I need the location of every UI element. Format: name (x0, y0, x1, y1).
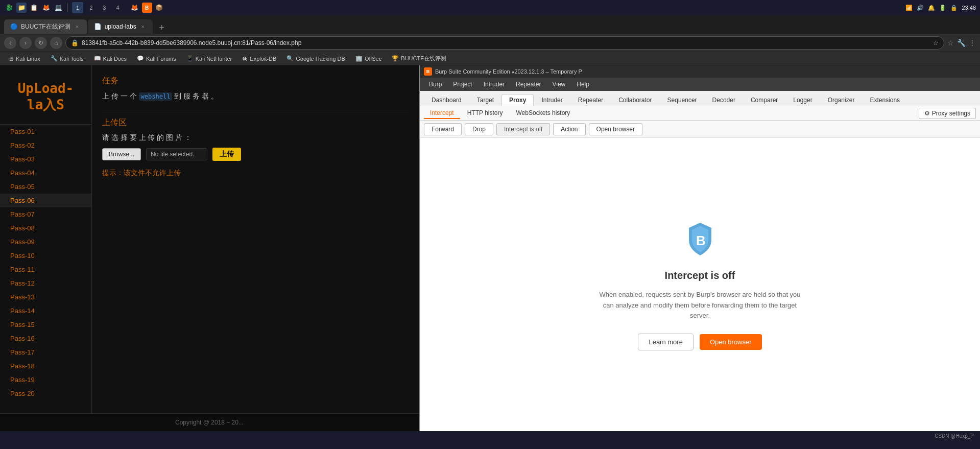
bookmark-google-hacking[interactable]: 🔍 Google Hacking DB (282, 54, 349, 63)
nav-pass14[interactable]: Pass-14 (0, 304, 91, 318)
nav-pass16[interactable]: Pass-16 (0, 332, 91, 345)
nav-pass11[interactable]: Pass-11 (0, 263, 91, 276)
tab-dashboard[interactable]: Dashboard (424, 94, 469, 106)
taskbar-burp-icon[interactable]: B (142, 3, 152, 13)
task-title: 任务 (102, 76, 409, 86)
tab-decoder[interactable]: Decoder (705, 94, 743, 106)
open-browser-button[interactable]: Open browser (700, 334, 762, 350)
address-star-icon[interactable]: ☆ (933, 39, 939, 46)
nav-pass06[interactable]: Pass-06 (0, 194, 91, 207)
nav-pass02[interactable]: Pass-02 (0, 138, 91, 152)
forward-button-burp[interactable]: Forward (424, 123, 462, 135)
nav-pass19[interactable]: Pass-19 (0, 373, 91, 387)
taskbar-firefox2-icon[interactable]: 🦊 (130, 3, 140, 13)
nav-pass10[interactable]: Pass-10 (0, 249, 91, 263)
taskbar-firefox-icon[interactable]: 🦊 (41, 3, 51, 13)
nav-pass15[interactable]: Pass-15 (0, 318, 91, 332)
browser-tab-buuctf[interactable]: 🔵 BUUCTF在线评测 × (4, 19, 87, 34)
website-panel: UpLoad-la入S Pass-01 Pass-02 Pass-03 Pass… (0, 65, 419, 431)
nav-pass03[interactable]: Pass-03 (0, 152, 91, 166)
nav-pass18[interactable]: Pass-18 (0, 359, 91, 373)
bookmark-kali-nethunter[interactable]: 📱 Kali NetHunter (182, 54, 236, 63)
address-bar[interactable]: 🔒 813841fb-a5cb-442b-b839-dd5be6389906.n… (65, 36, 944, 50)
reload-button[interactable]: ↻ (35, 37, 47, 49)
taskbar-time: 23:48 (962, 5, 976, 11)
bookmarks-bar: 🖥 Kali Linux 🔧 Kali Tools 📖 Kali Docs 💬 … (0, 52, 980, 65)
task-desc-prefix: 上 传 一 个 (102, 92, 139, 100)
nav-pass13[interactable]: Pass-13 (0, 290, 91, 304)
tab-target[interactable]: Target (469, 94, 501, 106)
menu-help[interactable]: Help (571, 80, 594, 89)
bookmark-offsec[interactable]: 🏢 OffSec (351, 54, 386, 63)
nav-pass08[interactable]: Pass-08 (0, 221, 91, 235)
menu-view[interactable]: View (547, 80, 570, 89)
taskbar-workspace-1[interactable]: 1 (72, 2, 83, 13)
address-text: 813841fb-a5cb-442b-b839-dd5be6389906.nod… (82, 39, 930, 46)
site-main: 任务 上 传 一 个 webshell 到 服 务 器 。 上传区 请 选 择 … (92, 65, 419, 413)
site-header: UpLoad-la入S (0, 70, 91, 125)
subtab-intercept[interactable]: Intercept (424, 108, 460, 119)
menu-repeater[interactable]: Repeater (511, 80, 546, 89)
upload-button[interactable]: 上传 (212, 148, 241, 161)
tab-repeater[interactable]: Repeater (570, 94, 611, 106)
nav-pass05[interactable]: Pass-05 (0, 180, 91, 194)
action-button[interactable]: Action (553, 123, 585, 135)
bookmark-kali-linux[interactable]: 🖥 Kali Linux (4, 55, 44, 63)
tab-extensions[interactable]: Extensions (862, 94, 907, 106)
tab-sequencer[interactable]: Sequencer (660, 94, 705, 106)
bookmark-buuctf[interactable]: 🏆 BUUCTF在线评测 (388, 54, 450, 63)
learn-more-button[interactable]: Learn more (638, 334, 693, 350)
bookmark-exploit-db[interactable]: 🛠 Exploit-DB (238, 55, 280, 63)
browser-tab-uploadlabs[interactable]: 📄 upload-labs × (88, 19, 153, 34)
tab-intruder[interactable]: Intruder (534, 94, 570, 106)
tab-organizer[interactable]: Organizer (820, 94, 863, 106)
menu-burp[interactable]: Burp (424, 80, 447, 89)
task-desc: 上 传 一 个 webshell 到 服 务 器 。 (102, 90, 409, 102)
menu-intruder[interactable]: Intruder (479, 80, 510, 89)
subtab-http-history[interactable]: HTTP history (461, 108, 509, 119)
nav-pass04[interactable]: Pass-04 (0, 166, 91, 180)
drop-button[interactable]: Drop (465, 123, 493, 135)
taskbar-clipboard-icon[interactable]: 📋 (29, 3, 39, 13)
tab-comparer[interactable]: Comparer (743, 94, 785, 106)
taskbar-kali-icon[interactable]: 🐉 (4, 3, 14, 13)
task-desc-code: webshell (139, 92, 173, 101)
site-logo: UpLoad-la入S (10, 81, 81, 114)
home-button[interactable]: ⌂ (50, 37, 62, 49)
nav-pass12[interactable]: Pass-12 (0, 276, 91, 290)
nav-pass20[interactable]: Pass-20 (0, 387, 91, 400)
tab-logger[interactable]: Logger (785, 94, 820, 106)
new-tab-button[interactable]: + (156, 21, 168, 34)
bookmark-kali-docs[interactable]: 📖 Kali Docs (90, 54, 131, 63)
browse-button[interactable]: Browse... (102, 148, 141, 160)
taskbar-network-icon: 📶 (905, 5, 913, 11)
taskbar-terminal-icon[interactable]: 💻 (53, 3, 63, 13)
hint-text: 提示：该文件不允许上传 (102, 169, 409, 178)
tab-close-1[interactable]: × (74, 23, 81, 30)
nav-pass09[interactable]: Pass-09 (0, 235, 91, 249)
intercept-toggle-button[interactable]: Intercept is off (496, 123, 550, 135)
file-name-display: No file selected. (146, 148, 207, 160)
proxy-settings-button[interactable]: ⚙ Proxy settings (919, 108, 976, 119)
taskbar-extra-icon[interactable]: 📦 (154, 3, 164, 13)
subtab-websockets-history[interactable]: WebSockets history (510, 108, 577, 119)
taskbar-workspace-3[interactable]: 3 (99, 2, 110, 13)
nav-pass17[interactable]: Pass-17 (0, 345, 91, 359)
taskbar-workspace-4[interactable]: 4 (112, 2, 123, 13)
nav-pass07[interactable]: Pass-07 (0, 207, 91, 221)
main-content: UpLoad-la入S Pass-01 Pass-02 Pass-03 Pass… (0, 65, 980, 431)
forward-button[interactable]: › (19, 37, 32, 49)
back-button[interactable]: ‹ (4, 37, 16, 49)
taskbar-files-icon[interactable]: 📁 (16, 3, 27, 13)
bookmark-kali-tools[interactable]: 🔧 Kali Tools (46, 54, 88, 63)
tab-close-2[interactable]: × (139, 23, 147, 30)
nav-pass01[interactable]: Pass-01 (0, 125, 91, 138)
taskbar-workspace-2[interactable]: 2 (85, 2, 97, 13)
burp-title-text: Burp Suite Community Edition v2023.12.1.… (435, 68, 582, 75)
bookmark-kali-forums[interactable]: 💬 Kali Forums (133, 54, 180, 63)
menu-project[interactable]: Project (448, 80, 477, 89)
tab-collaborator[interactable]: Collaborator (611, 94, 659, 106)
tab-proxy[interactable]: Proxy (501, 94, 534, 106)
intercept-off-title: Intercept is off (665, 270, 735, 281)
open-browser-toolbar-button[interactable]: Open browser (589, 123, 642, 135)
